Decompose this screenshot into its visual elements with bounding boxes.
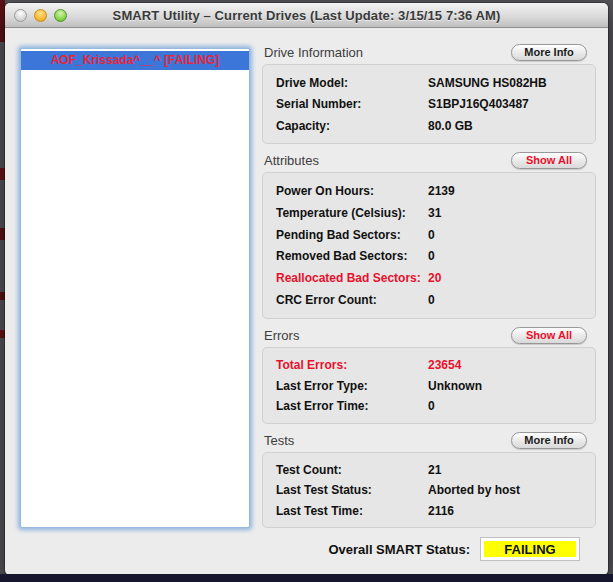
crc-error-count-value: 0 xyxy=(428,293,435,307)
window-title: SMART Utility – Current Drives (Last Upd… xyxy=(5,8,608,23)
total-errors-value: 23654 xyxy=(428,358,461,372)
errors-show-all-button[interactable]: Show All xyxy=(511,327,587,344)
last-error-time-value: 0 xyxy=(428,399,435,413)
test-count-label: Test Count: xyxy=(276,463,428,477)
test-count-value: 21 xyxy=(428,463,441,477)
tests-groupbox: Test Count: 21 Last Test Status: Aborted… xyxy=(262,452,596,528)
drive-model-label: Drive Model: xyxy=(276,76,428,90)
removed-bad-sectors-label: Removed Bad Sectors: xyxy=(276,249,428,263)
last-error-type-label: Last Error Type: xyxy=(276,379,428,393)
pending-bad-sectors-value: 0 xyxy=(428,228,435,242)
serial-number-label: Serial Number: xyxy=(276,97,428,111)
drive-model-value: SAMSUNG HS082HB xyxy=(428,76,547,90)
crc-error-count-row: CRC Error Count: 0 xyxy=(263,293,595,307)
last-test-time-value: 2116 xyxy=(428,504,454,518)
drive-information-title: Drive Information xyxy=(264,45,363,60)
power-on-hours-label: Power On Hours: xyxy=(276,184,428,198)
section-tests: Tests More Info Test Count: 21 Last Test… xyxy=(262,430,596,528)
capacity-label: Capacity: xyxy=(276,119,428,133)
drive-model-row: Drive Model: SAMSUNG HS082HB xyxy=(263,76,595,90)
temperature-row: Temperature (Celsius): 31 xyxy=(263,206,595,220)
total-errors-label: Total Errors: xyxy=(276,358,428,372)
temperature-label: Temperature (Celsius): xyxy=(276,206,428,220)
last-error-type-row: Last Error Type: Unknown xyxy=(263,379,595,393)
tests-title: Tests xyxy=(264,433,294,448)
last-test-status-value: Aborted by host xyxy=(428,483,520,497)
temperature-value: 31 xyxy=(428,206,441,220)
attributes-header: Attributes Show All xyxy=(262,150,596,170)
drive-information-groupbox: Drive Model: SAMSUNG HS082HB Serial Numb… xyxy=(262,64,596,144)
errors-title: Errors xyxy=(264,328,299,343)
drive-list[interactable]: AOF_Krissada^__^ [FAILING] xyxy=(20,48,250,528)
last-test-status-label: Last Test Status: xyxy=(276,483,428,497)
overall-status-label: Overall SMART Status: xyxy=(328,542,470,557)
serial-number-value: S1BPJ16Q403487 xyxy=(428,97,529,111)
errors-header: Errors Show All xyxy=(262,325,596,345)
drive-information-header: Drive Information More Info xyxy=(262,42,596,62)
capacity-row: Capacity: 80.0 GB xyxy=(263,119,595,133)
desktop-background: SMART Utility – Current Drives (Last Upd… xyxy=(0,0,613,582)
details-panel: Drive Information More Info Drive Model:… xyxy=(262,42,596,561)
reallocated-bad-sectors-value: 20 xyxy=(428,271,441,285)
traffic-lights xyxy=(14,3,67,27)
window-content: AOF_Krissada^__^ [FAILING] Drive Informa… xyxy=(5,28,608,575)
minimize-button-icon[interactable] xyxy=(34,9,47,22)
window-titlebar[interactable]: SMART Utility – Current Drives (Last Upd… xyxy=(5,3,608,28)
drive-information-more-info-button[interactable]: More Info xyxy=(511,44,587,61)
close-button-icon[interactable] xyxy=(14,9,27,22)
pending-bad-sectors-label: Pending Bad Sectors: xyxy=(276,228,428,242)
section-drive-information: Drive Information More Info Drive Model:… xyxy=(262,42,596,144)
last-test-time-row: Last Test Time: 2116 xyxy=(263,504,595,518)
errors-groupbox: Total Errors: 23654 Last Error Type: Unk… xyxy=(262,347,596,424)
attributes-title: Attributes xyxy=(264,153,319,168)
last-test-status-row: Last Test Status: Aborted by host xyxy=(263,483,595,497)
overall-status-badge: FAILING xyxy=(480,537,580,561)
removed-bad-sectors-row: Removed Bad Sectors: 0 xyxy=(263,249,595,263)
crc-error-count-label: CRC Error Count: xyxy=(276,293,428,307)
power-on-hours-value: 2139 xyxy=(428,184,455,198)
last-test-time-label: Last Test Time: xyxy=(276,504,428,518)
last-error-type-value: Unknown xyxy=(428,379,482,393)
total-errors-row: Total Errors: 23654 xyxy=(263,358,595,372)
section-errors: Errors Show All Total Errors: 23654 Last… xyxy=(262,325,596,424)
section-attributes: Attributes Show All Power On Hours: 2139… xyxy=(262,150,596,319)
removed-bad-sectors-value: 0 xyxy=(428,249,435,263)
app-window: SMART Utility – Current Drives (Last Upd… xyxy=(5,3,608,575)
pending-bad-sectors-row: Pending Bad Sectors: 0 xyxy=(263,228,595,242)
serial-number-row: Serial Number: S1BPJ16Q403487 xyxy=(263,97,595,111)
reallocated-bad-sectors-row: Reallocated Bad Sectors: 20 xyxy=(263,271,595,285)
last-error-time-label: Last Error Time: xyxy=(276,399,428,413)
power-on-hours-row: Power On Hours: 2139 xyxy=(263,184,595,198)
drive-list-item[interactable]: AOF_Krissada^__^ [FAILING] xyxy=(21,51,249,70)
capacity-value: 80.0 GB xyxy=(428,119,473,133)
last-error-time-row: Last Error Time: 0 xyxy=(263,399,595,413)
test-count-row: Test Count: 21 xyxy=(263,463,595,477)
reallocated-bad-sectors-label: Reallocated Bad Sectors: xyxy=(276,271,428,285)
overall-status-row: Overall SMART Status: FAILING xyxy=(262,537,596,561)
tests-header: Tests More Info xyxy=(262,430,596,450)
zoom-button-icon[interactable] xyxy=(54,9,67,22)
attributes-groupbox: Power On Hours: 2139 Temperature (Celsiu… xyxy=(262,172,596,319)
attributes-show-all-button[interactable]: Show All xyxy=(511,152,587,169)
tests-more-info-button[interactable]: More Info xyxy=(511,432,587,449)
